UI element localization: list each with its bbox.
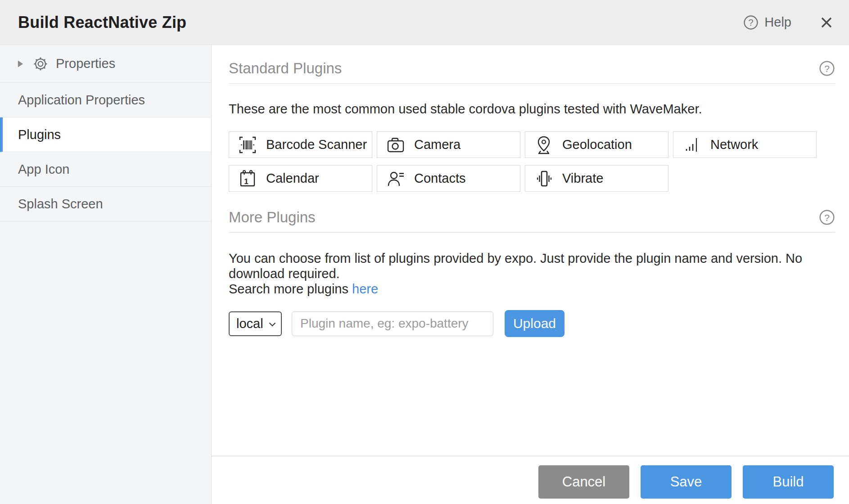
caret-right-icon: [17, 59, 24, 68]
dialog-header: Build ReactNative Zip ? Help: [0, 0, 849, 45]
build-reactnative-zip-dialog: Build ReactNative Zip ? Help: [0, 0, 849, 504]
plugin-label: Vibrate: [562, 171, 603, 186]
plugin-card-calendar[interactable]: 1 Calendar: [229, 165, 372, 192]
plugin-label: Barcode Scanner: [266, 137, 367, 152]
sidebar-item-splash-screen[interactable]: Splash Screen: [0, 187, 211, 221]
svg-text:?: ?: [824, 63, 830, 74]
more-plugins-description-line1: You can choose from list of plugins prov…: [229, 251, 835, 281]
main-panel: Standard Plugins ? These are the most co…: [212, 45, 849, 504]
plugin-card-vibrate[interactable]: Vibrate: [525, 165, 668, 192]
more-plugins-description: You can choose from list of plugins prov…: [229, 251, 835, 297]
svg-text:1: 1: [244, 177, 248, 185]
network-icon: [682, 135, 702, 155]
close-button[interactable]: [819, 15, 834, 30]
standard-plugins-divider: [229, 83, 835, 84]
cancel-button[interactable]: Cancel: [538, 465, 629, 499]
close-icon: [819, 15, 834, 30]
sidebar-properties-label: Properties: [56, 56, 115, 71]
svg-text:?: ?: [824, 212, 830, 223]
plugin-name-input[interactable]: [292, 311, 493, 336]
plugin-label: Network: [710, 137, 758, 152]
standard-plugins-help-icon[interactable]: ?: [819, 60, 835, 76]
calendar-icon: 1: [238, 169, 257, 189]
page-title: Build ReactNative Zip: [18, 13, 186, 32]
contacts-icon: [386, 169, 406, 189]
plugin-label: Geolocation: [562, 137, 632, 152]
standard-plugins-title: Standard Plugins: [229, 60, 342, 77]
plugin-label: Camera: [414, 137, 461, 152]
plugin-card-camera[interactable]: Camera: [377, 131, 520, 158]
dialog-footer: Cancel Save Build: [212, 456, 849, 504]
search-plugins-here-link[interactable]: here: [352, 282, 378, 296]
more-plugins-help-icon[interactable]: ?: [819, 209, 835, 225]
sidebar-properties-toggle[interactable]: Properties: [0, 45, 211, 83]
upload-button[interactable]: Upload: [505, 310, 564, 337]
more-plugins-description-line2: Search more plugins: [229, 282, 352, 296]
more-plugins-divider: [229, 232, 835, 233]
plugin-card-contacts[interactable]: Contacts: [377, 165, 520, 192]
build-button[interactable]: Build: [743, 465, 834, 499]
plugin-card-barcode-scanner[interactable]: Barcode Scanner: [229, 131, 372, 158]
upload-plugin-row: local Upload: [229, 310, 835, 337]
vibrate-icon: [534, 169, 554, 189]
plugin-label: Contacts: [414, 171, 465, 186]
more-plugins-title: More Plugins: [229, 209, 316, 226]
svg-text:?: ?: [749, 18, 754, 27]
help-label: Help: [764, 15, 791, 30]
plugin-card-network[interactable]: Network: [673, 131, 817, 158]
sidebar: Properties Application Properties Plugin…: [0, 45, 212, 504]
help-button[interactable]: ? Help: [743, 15, 791, 30]
standard-plugins-description: These are the most common used stable co…: [229, 102, 835, 117]
sidebar-item-plugins[interactable]: Plugins: [0, 117, 211, 152]
plugin-source-select[interactable]: local: [229, 311, 282, 336]
barcode-icon: [238, 135, 257, 155]
sidebar-item-app-icon[interactable]: App Icon: [0, 152, 211, 187]
gear-icon: [33, 56, 48, 72]
geolocation-icon: [534, 135, 554, 155]
help-circle-icon: ?: [743, 15, 759, 30]
camera-icon: [386, 135, 406, 155]
standard-plugins-grid: Barcode Scanner Camera: [229, 131, 817, 192]
plugin-label: Calendar: [266, 171, 319, 186]
plugin-card-geolocation[interactable]: Geolocation: [525, 131, 668, 158]
sidebar-item-application-properties[interactable]: Application Properties: [0, 83, 211, 117]
save-button[interactable]: Save: [641, 465, 732, 499]
